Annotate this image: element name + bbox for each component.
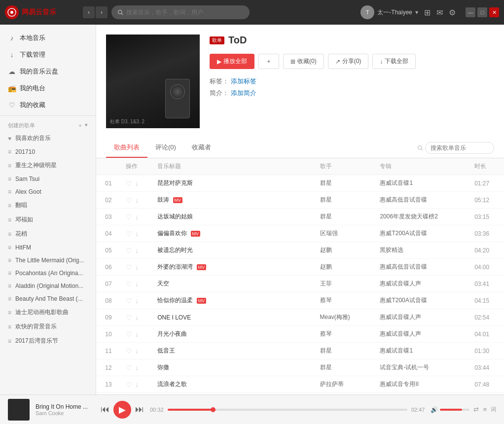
user-dropdown-icon[interactable]: ▾ bbox=[415, 9, 418, 16]
like-icon[interactable]: ♡ bbox=[126, 213, 132, 221]
song-title[interactable]: 达坂城的姑娘 bbox=[157, 213, 193, 220]
bell-icon[interactable]: ⊞ bbox=[424, 8, 431, 17]
download-icon[interactable]: ↓ bbox=[135, 297, 139, 305]
album-cover: 杜希 D3. 1&3. 2 bbox=[106, 35, 200, 128]
like-icon[interactable]: ♡ bbox=[126, 263, 132, 271]
song-title[interactable]: 被遗忘的时光 bbox=[157, 247, 193, 253]
playlist-item-beauty-beast[interactable]: ≡Beauty And The Beast (... bbox=[0, 292, 96, 305]
add-intro-link[interactable]: 添加简介 bbox=[231, 89, 256, 97]
song-title[interactable]: 鼓涛 bbox=[157, 196, 169, 203]
song-title[interactable]: 低音王 bbox=[157, 347, 175, 354]
playlist-item-alex-goot[interactable]: ≡Alex Goot bbox=[0, 185, 96, 198]
song-title[interactable]: 外婆的澎湖湾 bbox=[157, 263, 193, 270]
song-title[interactable]: 月光小夜曲 bbox=[157, 330, 187, 337]
sidebar-item-my-cloud[interactable]: ☁我的音乐云盘 bbox=[0, 63, 96, 80]
like-icon[interactable]: ♡ bbox=[126, 364, 132, 372]
like-icon[interactable]: ♡ bbox=[126, 381, 132, 389]
like-icon[interactable]: ♡ bbox=[126, 347, 132, 355]
download-icon[interactable]: ↓ bbox=[135, 330, 139, 338]
lyrics-icon[interactable]: 词 bbox=[491, 406, 496, 413]
like-icon[interactable]: ♡ bbox=[126, 230, 132, 238]
tab-collectors[interactable]: 收藏者 bbox=[184, 138, 219, 158]
like-icon[interactable]: ♡ bbox=[126, 247, 132, 254]
song-search-input[interactable] bbox=[425, 142, 494, 154]
back-button[interactable]: ‹ bbox=[83, 6, 95, 18]
download-icon[interactable]: ↓ bbox=[135, 247, 139, 254]
nav-arrows: ‹ › bbox=[83, 6, 108, 18]
sidebar-item-my-fav[interactable]: ♡我的收藏 bbox=[0, 97, 96, 113]
playlist-label: 2017后湾音乐节 bbox=[15, 337, 58, 345]
like-icon[interactable]: ♡ bbox=[126, 196, 132, 204]
add-tags-link[interactable]: 添加标签 bbox=[231, 77, 256, 85]
playlist-item-hua-shao[interactable]: ≡花梢 bbox=[0, 227, 96, 241]
download-all-button[interactable]: ↓ 下载全部 bbox=[372, 54, 416, 69]
download-icon[interactable]: ↓ bbox=[135, 314, 139, 321]
download-icon[interactable]: ↓ bbox=[135, 263, 139, 271]
like-icon[interactable]: ♡ bbox=[126, 297, 132, 305]
playlist-item-cover[interactable]: ≡翻唱 bbox=[0, 198, 96, 212]
row-duration-cell: 03:44 bbox=[469, 359, 504, 376]
volume-icon[interactable]: 🔊 bbox=[431, 406, 438, 413]
playlist-item-disney[interactable]: ≡迪士尼动画电影歌曲 bbox=[0, 305, 96, 319]
prev-button[interactable]: ⏮ bbox=[101, 404, 109, 415]
sidebar-item-local-music[interactable]: ♪本地音乐 bbox=[0, 30, 96, 46]
search-box[interactable] bbox=[111, 5, 250, 19]
close-button[interactable]: ✕ bbox=[489, 7, 499, 17]
playlist-item-happy-bg[interactable]: ≡欢快的背景音乐 bbox=[0, 319, 96, 334]
forward-button[interactable]: › bbox=[96, 6, 108, 18]
settings-icon[interactable]: ⚙ bbox=[449, 8, 456, 17]
like-icon[interactable]: ♡ bbox=[126, 280, 132, 288]
play-pause-button[interactable]: ▶ bbox=[113, 401, 131, 419]
collect-button[interactable]: ⊞ 收藏(0) bbox=[283, 54, 324, 69]
download-icon[interactable]: ↓ bbox=[135, 381, 139, 389]
playlist-item-deng-fuzi[interactable]: ≡邓福如 bbox=[0, 212, 96, 227]
song-title[interactable]: 流浪者之歌 bbox=[157, 381, 187, 388]
download-icon[interactable]: ↓ bbox=[135, 213, 139, 221]
expand-icon[interactable]: ▾ bbox=[85, 122, 88, 129]
minimize-button[interactable]: — bbox=[466, 7, 475, 17]
tab-comments[interactable]: 评论(0) bbox=[147, 138, 184, 158]
playlist-item-little-mermaid[interactable]: ≡The Little Mermaid (Orig... bbox=[0, 254, 96, 267]
playlist-item-sam-tsui[interactable]: ≡Sam Tsui bbox=[0, 173, 96, 185]
download-icon[interactable]: ↓ bbox=[135, 347, 139, 355]
add-playlist-icon[interactable]: ＋ bbox=[77, 122, 83, 129]
like-icon[interactable]: ♡ bbox=[126, 179, 132, 187]
download-icon[interactable]: ↓ bbox=[135, 196, 139, 204]
sidebar-item-my-radio[interactable]: 📻我的电台 bbox=[0, 80, 96, 97]
song-title[interactable]: 偏偏喜欢你 bbox=[157, 230, 187, 237]
playlist-item-pocahontas[interactable]: ≡Pocahontas (An Origina... bbox=[0, 267, 96, 280]
song-title[interactable]: ONE I LOVE bbox=[157, 314, 191, 321]
like-icon[interactable]: ♡ bbox=[126, 314, 132, 321]
tab-song-list[interactable]: 歌曲列表 bbox=[106, 138, 147, 158]
playlist-item-liked[interactable]: ♥我喜欢的音乐 bbox=[0, 131, 96, 145]
add-button[interactable]: ＋ bbox=[258, 54, 279, 69]
play-all-button[interactable]: ▶ 播放全部 bbox=[210, 54, 254, 69]
song-title[interactable]: 琵琶对萨克斯 bbox=[157, 179, 193, 186]
mail-icon[interactable]: ✉ bbox=[436, 8, 443, 17]
next-button[interactable]: ⏭ bbox=[135, 404, 144, 415]
share-button[interactable]: ↗ 分享(0) bbox=[328, 54, 369, 69]
like-icon[interactable]: ♡ bbox=[126, 330, 132, 338]
row-album-cell: 惠威试音碟人声 bbox=[375, 276, 469, 292]
search-input[interactable] bbox=[126, 9, 244, 16]
song-title[interactable]: 恰似你的温柔 bbox=[157, 297, 193, 304]
song-title[interactable]: 天空 bbox=[157, 280, 169, 287]
download-icon[interactable]: ↓ bbox=[135, 230, 139, 238]
playlist-item-hitfm[interactable]: ≡HitFM bbox=[0, 241, 96, 254]
loop-icon[interactable]: ⇄ bbox=[473, 406, 479, 413]
queue-icon[interactable]: ≡ bbox=[483, 406, 487, 413]
tab-search-icon bbox=[417, 145, 423, 151]
progress-track[interactable] bbox=[168, 409, 407, 411]
download-icon[interactable]: ↓ bbox=[135, 364, 139, 372]
download-icon[interactable]: ↓ bbox=[135, 179, 139, 187]
playlist-item-aladdin[interactable]: ≡Aladdin (Original Motion... bbox=[0, 280, 96, 292]
playlist-item-rebirth[interactable]: ≡重生之神级明星 bbox=[0, 158, 96, 173]
playlist-item-2017hainan[interactable]: ≡2017后湾音乐节 bbox=[0, 334, 96, 348]
download-icon[interactable]: ↓ bbox=[135, 280, 139, 288]
playlist-item-201710[interactable]: ≡201710 bbox=[0, 145, 96, 158]
sidebar-item-download-mgmt[interactable]: ↓下载管理 bbox=[0, 46, 96, 63]
maximize-button[interactable]: □ bbox=[477, 7, 487, 17]
tags-row: 标签： 添加标签 bbox=[210, 77, 494, 86]
song-title[interactable]: 弥撒 bbox=[157, 364, 169, 371]
volume-track[interactable] bbox=[440, 409, 469, 411]
